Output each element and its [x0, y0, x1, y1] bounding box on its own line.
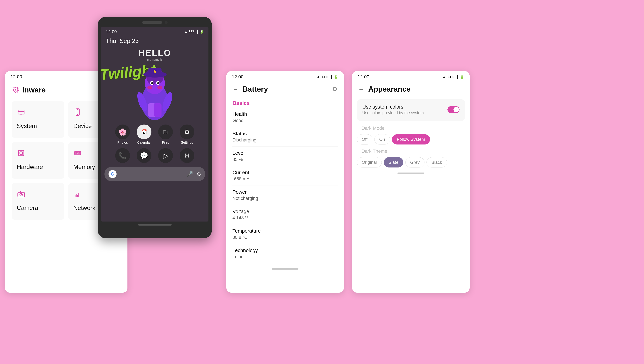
- appearance-header: ← Appearance: [352, 82, 470, 97]
- svg-rect-0: [18, 110, 24, 114]
- home-indicator-appearance: [398, 173, 424, 174]
- svg-rect-18: [76, 152, 77, 154]
- dark-mode-on[interactable]: On: [374, 134, 390, 145]
- system-colors-row: Use system colors Use colors provided by…: [362, 104, 460, 115]
- settings-label: Settings: [181, 141, 193, 145]
- phone-status-bar: 12:00 ▲ LTE ▐ 🔋: [101, 27, 208, 36]
- temperature-value: 30.8 °C: [232, 235, 338, 240]
- wifi-icon-appearance: ▲: [442, 75, 446, 79]
- svg-rect-29: [20, 191, 21, 192]
- level-label: Level: [232, 150, 338, 156]
- phone-wifi-icon: ▲: [184, 30, 188, 34]
- dark-theme-options: Original Slate Grey Black: [357, 157, 465, 167]
- google-icon: G: [108, 170, 116, 178]
- phone-notch: [98, 17, 212, 27]
- inware-title-text: Inware: [22, 86, 46, 94]
- phone-search-bar[interactable]: G 🎤 ⊙: [104, 167, 205, 181]
- settings2-icon: ⚙: [180, 148, 194, 163]
- svg-rect-20: [79, 152, 80, 154]
- svg-point-45: [147, 86, 152, 89]
- status-time-appearance: 12:00: [358, 74, 369, 80]
- status-bar-battery: 12:00 ▲ LTE ▐ 🔋: [226, 71, 344, 82]
- battery-row-current: Current -658 mA: [232, 166, 338, 185]
- card-system[interactable]: System: [12, 101, 64, 138]
- svg-rect-8: [20, 152, 22, 154]
- dock-calendar[interactable]: 📅 Calendar: [137, 125, 152, 145]
- basics-label: Basics: [226, 97, 344, 108]
- svg-rect-33: [76, 195, 76, 197]
- system-colors-label: Use system colors: [362, 104, 424, 110]
- lens-icon[interactable]: ⊙: [196, 171, 201, 177]
- screens-container: 12:00 ▲ LTE ▐ 🔋 ⚙ Inware ⚙: [0, 0, 644, 364]
- card-hardware-label: Hardware: [17, 163, 43, 171]
- status-icons-battery: ▲ LTE ▐ 🔋: [316, 75, 338, 79]
- character-area: Twilight: [101, 63, 208, 122]
- dock-settings2[interactable]: ⚙: [180, 148, 194, 163]
- battery-row-health: Health Good: [232, 108, 338, 127]
- battery-row-technology: Technology Li-ion: [232, 244, 338, 263]
- phone-app-icon: 📞: [115, 148, 130, 163]
- character-silhouette: [133, 65, 176, 122]
- status-time-inware: 12:00: [10, 74, 22, 80]
- photos-icon: 🌸: [115, 125, 130, 139]
- memory-icon: [73, 149, 82, 159]
- power-value: Not charging: [232, 196, 338, 201]
- phone-speaker: [142, 21, 162, 24]
- technology-value: Li-ion: [232, 254, 338, 259]
- back-button[interactable]: ←: [232, 86, 238, 93]
- mic-icon[interactable]: 🎤: [186, 171, 193, 177]
- dock-phone[interactable]: 📞: [115, 148, 130, 163]
- battery-row-status: Status Discharging: [232, 127, 338, 147]
- appearance-title: Appearance: [368, 85, 464, 93]
- voltage-value: 4.148 V: [232, 215, 338, 220]
- svg-rect-7: [18, 150, 24, 156]
- battery-title: Battery: [242, 85, 328, 93]
- battery-icon-battery: 🔋: [334, 75, 338, 79]
- wifi-icon-battery: ▲: [316, 75, 320, 79]
- panel-appearance: 12:00 ▲ LTE ▐ 🔋 ← Appearance Use system …: [352, 71, 470, 293]
- dark-theme-black[interactable]: Black: [426, 157, 447, 167]
- system-colors-sub: Use colors provided by the system: [362, 110, 424, 115]
- status-label: Status: [232, 131, 338, 136]
- system-icon: [17, 108, 26, 119]
- dark-mode-options: Off On Follow System: [357, 134, 465, 145]
- status-value: Discharging: [232, 137, 338, 143]
- inware-title: ⚙ Inware: [12, 85, 46, 95]
- dark-theme-original[interactable]: Original: [357, 157, 382, 167]
- phone-date: Thu, Sep 23: [101, 36, 208, 48]
- svg-point-6: [77, 114, 78, 115]
- system-colors-section: Use system colors Use colors provided by…: [357, 99, 465, 121]
- dock-messages[interactable]: 💬: [137, 148, 152, 163]
- dark-theme-grey[interactable]: Grey: [405, 157, 424, 167]
- signal-icon-battery: ▐: [330, 75, 332, 79]
- hello-section: HELLO my name is: [101, 48, 208, 63]
- appearance-back-button[interactable]: ←: [358, 86, 364, 93]
- status-icons-appearance: ▲ LTE ▐ 🔋: [442, 75, 464, 79]
- dark-mode-follow-system[interactable]: Follow System: [392, 134, 430, 145]
- dock-row-2: 📞 💬 ▷ ⚙: [101, 146, 208, 165]
- battery-row-temperature: Temperature 30.8 °C: [232, 224, 338, 244]
- svg-point-46: [157, 86, 162, 89]
- dock-settings[interactable]: ⚙ Settings: [180, 125, 194, 145]
- search-action-icons: 🎤 ⊙: [186, 171, 201, 177]
- dock-row-1: 🌸 Photos 📅 Calendar 🗂 Files ⚙ Settings: [101, 122, 208, 146]
- dark-theme-slate[interactable]: Slate: [384, 157, 403, 167]
- phone-status-icons: ▲ LTE ▐ 🔋: [184, 30, 204, 34]
- dock-photos[interactable]: 🌸 Photos: [115, 125, 130, 145]
- technology-label: Technology: [232, 247, 338, 253]
- battery-settings-icon[interactable]: ⚙: [332, 85, 338, 93]
- card-hardware[interactable]: Hardware: [12, 142, 64, 179]
- svg-rect-5: [77, 109, 78, 110]
- photos-label: Photos: [118, 141, 128, 145]
- panel-battery: 12:00 ▲ LTE ▐ 🔋 ← Battery ⚙ Basics Healt…: [226, 71, 344, 293]
- network-icon: [73, 190, 82, 200]
- dock-play[interactable]: ▷: [158, 148, 173, 163]
- card-memory-label: Memory: [73, 163, 95, 171]
- dock-files[interactable]: 🗂 Files: [158, 125, 173, 145]
- system-colors-toggle[interactable]: [448, 106, 460, 113]
- files-icon: 🗂: [158, 125, 173, 139]
- card-camera[interactable]: Camera: [12, 183, 64, 220]
- battery-row-voltage: Voltage 4.148 V: [232, 205, 338, 224]
- dark-mode-off[interactable]: Off: [357, 134, 372, 145]
- svg-rect-19: [77, 152, 78, 154]
